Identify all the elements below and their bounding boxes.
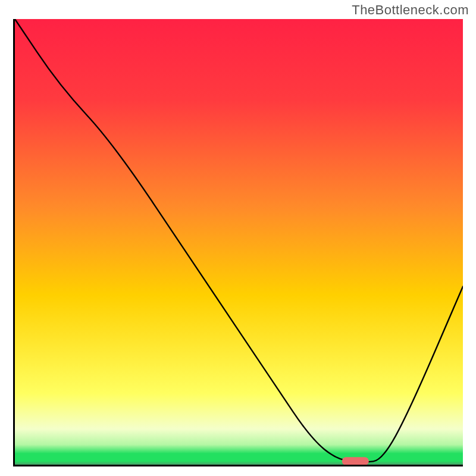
- plot-area: [13, 19, 463, 466]
- optimal-marker: [342, 457, 369, 465]
- chart-container: TheBottleneck.com: [0, 0, 476, 476]
- watermark-text: TheBottleneck.com: [352, 2, 469, 18]
- plot-svg: [15, 19, 463, 465]
- gradient-background: [15, 19, 463, 465]
